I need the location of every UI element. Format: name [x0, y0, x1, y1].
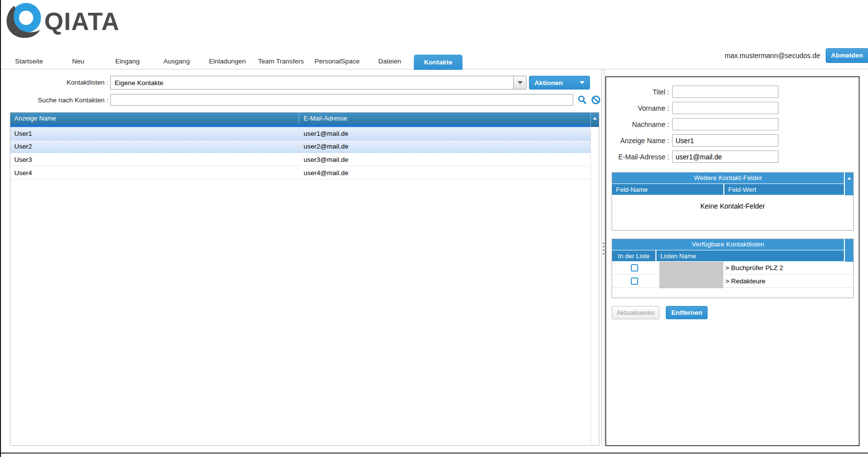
- chevron-down-icon: [518, 81, 523, 84]
- email-adresse-label: E-Mail-Adresse :: [606, 153, 672, 161]
- extra-fields-title: Weitere Kontakt-Felder: [612, 173, 844, 183]
- table-row[interactable]: User4 user4@mail.de: [10, 166, 590, 180]
- tab-dateien[interactable]: Dateien: [366, 53, 414, 69]
- available-lists-scrollbar[interactable]: [845, 239, 853, 262]
- table-row[interactable]: User3 user3@mail.de: [10, 153, 590, 166]
- tab-personalspace[interactable]: PersonalSpace: [309, 53, 366, 69]
- titel-label: Titel :: [606, 88, 672, 96]
- table-scrollbar[interactable]: [590, 127, 599, 445]
- tab-kontakte[interactable]: Kontakte: [414, 55, 463, 70]
- contact-lists-label: Kontaktlisten :: [4, 79, 108, 86]
- contact-name-cell: User3: [10, 156, 300, 163]
- tab-eingang[interactable]: Eingang: [103, 53, 152, 69]
- tab-team-transfers[interactable]: Team Transfers: [253, 53, 309, 69]
- contact-detail-form: Titel : Vorname : Nachname : Anzeige Nam…: [606, 86, 859, 167]
- no-contact-fields-message: Keine Kontakt-Felder: [612, 202, 853, 210]
- remove-button[interactable]: Entfernen: [666, 306, 708, 319]
- contact-email-cell: user3@mail.de: [300, 156, 590, 163]
- column-header-feld-wert[interactable]: Feld-Wert: [724, 184, 844, 195]
- logo-text: QIATA: [44, 4, 120, 39]
- contact-email-cell: user1@mail.de: [300, 130, 590, 137]
- tab-neu[interactable]: Neu: [54, 53, 103, 69]
- list-item: > Buchprüfer PLZ 2: [612, 261, 853, 274]
- actions-button[interactable]: Aktionen: [529, 76, 590, 90]
- available-lists-section: Verfügbare Kontaktlisten In der Liste Li…: [612, 239, 854, 298]
- contact-list-input[interactable]: [110, 76, 513, 90]
- column-header-feld-name[interactable]: Feld-Name: [612, 184, 724, 195]
- anzeige-name-field[interactable]: [672, 134, 778, 147]
- contacts-table-header: Anzeige Name E-Mail-Adresse: [10, 113, 590, 127]
- main-nav: Startseite Neu Eingang Ausgang Einladung…: [1, 53, 868, 69]
- extra-fields-section: Weitere Kontakt-Felder Feld-Name Feld-We…: [612, 172, 854, 231]
- contact-name-cell: User2: [10, 143, 300, 150]
- search-label: Suche nach Kontakten :: [4, 96, 108, 104]
- redacted-list-name-block: [659, 262, 723, 288]
- titel-field[interactable]: [672, 86, 778, 98]
- column-header-anzeige-name[interactable]: Anzeige Name: [10, 113, 299, 124]
- qiata-logo-icon: [4, 3, 43, 40]
- available-lists-title: Verfügbare Kontaktlisten: [612, 239, 844, 250]
- nachname-field[interactable]: [672, 118, 778, 130]
- contacts-table: Anzeige Name E-Mail-Adresse User1 user1@…: [10, 112, 599, 446]
- anzeige-name-label: Anzeige Name :: [606, 137, 672, 145]
- scroll-up-icon: [847, 177, 851, 180]
- update-button[interactable]: Aktualisieren: [612, 306, 659, 319]
- contact-detail-panel: Titel : Vorname : Nachname : Anzeige Nam…: [605, 76, 860, 446]
- vorname-label: Vorname :: [606, 104, 672, 112]
- table-row[interactable]: User1 user1@mail.de: [10, 127, 590, 140]
- clear-search-icon[interactable]: [591, 95, 601, 105]
- search-icon[interactable]: [577, 95, 587, 105]
- column-header-listen-name[interactable]: Listen Name: [656, 250, 844, 262]
- contacts-table-body: User1 user1@mail.de User2 user2@mail.de …: [10, 127, 590, 180]
- vorname-field[interactable]: [672, 102, 778, 114]
- column-header-in-der-liste[interactable]: In der Liste: [612, 250, 656, 262]
- window-bottom-border: [1, 453, 868, 454]
- qiata-logo: QIATA: [4, 3, 120, 40]
- scroll-up-icon: [593, 117, 597, 120]
- chevron-down-icon: [580, 81, 585, 84]
- contact-email-cell: user2@mail.de: [300, 143, 590, 150]
- contact-name-cell: User4: [10, 169, 300, 177]
- contact-name-cell: User1: [10, 130, 300, 137]
- email-adresse-field[interactable]: [672, 151, 778, 163]
- search-input[interactable]: [110, 94, 573, 106]
- qiata-app-window: QIATA max.mustermann@secudos.de Abmelden…: [0, 0, 868, 457]
- table-scroll-up-button[interactable]: [590, 113, 599, 127]
- panel-splitter[interactable]: [601, 69, 605, 446]
- in-list-checkbox[interactable]: [631, 264, 638, 272]
- tab-ausgang[interactable]: Ausgang: [152, 53, 201, 69]
- list-item: > Redakteure: [612, 274, 853, 288]
- extra-fields-scroll-up-button[interactable]: [845, 173, 853, 195]
- splitter-grip-icon: [603, 243, 604, 256]
- tab-einladungen[interactable]: Einladungen: [201, 53, 253, 69]
- contact-list-dropdown-button[interactable]: [513, 76, 527, 90]
- table-row[interactable]: User2 user2@mail.de: [10, 140, 590, 153]
- tab-startseite[interactable]: Startseite: [4, 53, 54, 69]
- contact-email-cell: user4@mail.de: [300, 169, 590, 177]
- in-list-checkbox[interactable]: [631, 277, 638, 285]
- nachname-label: Nachname :: [606, 121, 672, 128]
- actions-button-label: Aktionen: [534, 79, 563, 87]
- contact-list-combobox[interactable]: [110, 76, 527, 90]
- column-header-email-adresse[interactable]: E-Mail-Adresse: [300, 113, 590, 124]
